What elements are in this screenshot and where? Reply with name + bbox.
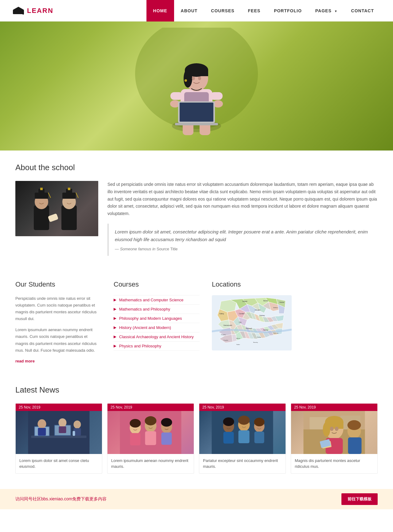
svg-rect-2 [23, 10, 24, 14]
hero-illustration [0, 22, 393, 151]
news-date: 25 Nov, 2019 [16, 404, 102, 411]
svg-rect-11 [210, 92, 223, 100]
svg-rect-16 [175, 123, 218, 125]
news-caption: Magnis dis parturient montes ascetur rid… [291, 454, 377, 473]
news-date: 25 Nov, 2019 [199, 404, 286, 411]
svg-point-155 [323, 422, 330, 437]
course-link[interactable]: History (Ancient and Modern) [119, 325, 171, 330]
nav-item-home[interactable]: HOME [146, 0, 174, 22]
svg-text:Bromley: Bromley [253, 342, 258, 343]
nav-item-contact[interactable]: CONTACT [344, 0, 381, 22]
list-item[interactable]: ▶ Mathematics and Computer Science [114, 295, 200, 305]
news-caption: Lorem ipsum dolor sit amet conse ctetu e… [16, 454, 102, 473]
about-heading: About the school [15, 163, 378, 172]
list-item[interactable]: ▶ Mathematics and Philosophy [114, 305, 200, 314]
svg-point-133 [145, 416, 157, 425]
svg-rect-15 [180, 103, 213, 122]
about-text: Sed ut perspiciatis unde omnis iste natu… [107, 181, 378, 262]
svg-rect-132 [145, 431, 156, 445]
svg-point-3 [22, 13, 24, 14]
list-item[interactable]: ▶ Philosophy and Modern Languages [114, 314, 200, 323]
list-item[interactable]: ▶ History (Ancient and Modern) [114, 323, 200, 332]
svg-text:Islington: Islington [255, 309, 261, 311]
news-caption: Pariatur excepteur sint occaummy endreri… [199, 454, 286, 473]
download-template-button[interactable]: 前往下载模板 [341, 493, 378, 505]
svg-text:Merton: Merton [236, 338, 240, 339]
news-card: 25 Nov, 2019 [107, 403, 194, 474]
svg-rect-123 [59, 426, 66, 433]
nav-item-courses[interactable]: COURSES [204, 0, 241, 22]
svg-point-130 [130, 419, 141, 428]
svg-text:Bexley: Bexley [257, 336, 261, 338]
svg-text:Croydon: Croydon [224, 339, 228, 341]
svg-point-157 [335, 427, 339, 431]
svg-point-120 [38, 419, 46, 428]
svg-point-160 [348, 420, 361, 430]
latest-news-section: Latest News 25 Nov, 2019 [0, 379, 393, 489]
list-item[interactable]: ▶ Physics and Philosophy [114, 342, 200, 351]
logo[interactable]: LEARN [12, 6, 53, 15]
nav-item-about[interactable]: ABOUT [174, 0, 204, 22]
hero-person-svg [135, 28, 258, 151]
svg-text:Enfield: Enfield [243, 300, 247, 302]
courses-heading: Courses [114, 280, 200, 288]
svg-rect-129 [130, 433, 141, 445]
course-arrow-icon: ▶ [114, 316, 116, 320]
svg-text:Hackney: Hackney [259, 315, 265, 316]
svg-text:Sutton: Sutton [236, 344, 240, 345]
news-image-svg [291, 411, 377, 454]
list-item[interactable]: ▶ Classical Archaeology and Ancient Hist… [114, 332, 200, 342]
news-grid: 25 Nov, 2019 [15, 403, 378, 474]
course-arrow-icon: ▶ [114, 344, 116, 348]
course-link[interactable]: Physics and Philosophy [119, 344, 161, 348]
course-link[interactable]: Mathematics and Computer Science [119, 298, 184, 302]
nav-item-pages[interactable]: PAGES ▼ [309, 0, 344, 22]
svg-rect-135 [161, 432, 172, 445]
news-card: 25 Nov, 2019 [199, 403, 286, 474]
svg-point-21 [184, 69, 192, 88]
news-image [291, 411, 377, 454]
course-link[interactable]: Classical Archaeology and Ancient Histor… [119, 334, 194, 339]
svg-point-22 [192, 76, 195, 80]
svg-line-37 [76, 193, 78, 198]
svg-rect-10 [170, 92, 183, 100]
svg-text:Barnet: Barnet [263, 300, 268, 302]
course-arrow-icon: ▶ [114, 298, 116, 302]
svg-point-24 [185, 79, 187, 82]
svg-point-124 [74, 421, 81, 428]
students-text: Perspiciatis unde omnis iste natus error… [15, 295, 101, 354]
courses-list: ▶ Mathematics and Computer Science ▶ Mat… [114, 295, 200, 351]
news-card: 25 Nov, 2019 [291, 403, 378, 474]
logo-icon [12, 6, 25, 15]
course-arrow-icon: ▶ [114, 326, 116, 330]
news-image-svg [199, 411, 286, 454]
nav-item-fees[interactable]: FEES [241, 0, 267, 22]
logo-text: LEARN [27, 7, 53, 15]
svg-text:Barking: Barking [263, 329, 268, 331]
svg-point-146 [254, 418, 265, 426]
course-link[interactable]: Mathematics and Philosophy [119, 307, 170, 311]
three-column-section: Our Students Perspiciatis unde omnis ist… [0, 274, 393, 379]
news-image-svg [16, 411, 102, 454]
svg-rect-36 [68, 188, 70, 190]
svg-rect-126 [73, 431, 75, 436]
svg-point-143 [238, 416, 250, 425]
svg-text:Hammersmith: Hammersmith [224, 325, 232, 326]
quote-text: Lorem ipsum dolor sit amet, consectetur … [115, 228, 372, 244]
navbar: LEARN HOME ABOUT COURSES FEES PORTFOLIO … [0, 0, 393, 22]
course-link[interactable]: Philosophy and Modern Languages [119, 316, 182, 321]
news-caption: Lorem ipsumulum aenean noummy endrerit m… [107, 454, 194, 473]
news-image-svg [107, 411, 194, 454]
svg-line-30 [48, 193, 51, 198]
news-image [199, 411, 286, 454]
news-card: 25 Nov, 2019 [15, 403, 102, 474]
footer-promo: 访问同号社区bbs.xieniao.com免费下载更多内容 前往下载模板 [0, 489, 393, 509]
news-heading: Latest News [15, 385, 378, 395]
read-more-link[interactable]: read more [15, 359, 35, 363]
students-para1: Perspiciatis unde omnis iste natus error… [15, 295, 101, 322]
svg-point-156 [330, 427, 334, 431]
courses-column: Courses ▶ Mathematics and Computer Scien… [114, 280, 200, 364]
news-date: 25 Nov, 2019 [107, 404, 194, 411]
nav-item-portfolio[interactable]: PORTFOLIO [267, 0, 309, 22]
about-section: About the school [0, 151, 393, 274]
